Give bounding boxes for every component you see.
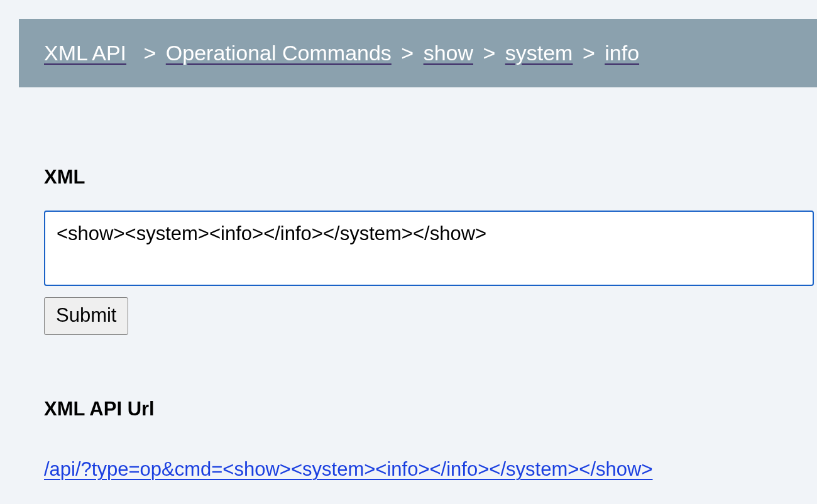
submit-button[interactable]: Submit: [44, 297, 128, 335]
breadcrumb: XML API > Operational Commands > show > …: [19, 19, 817, 87]
breadcrumb-separator: >: [483, 41, 495, 65]
xml-api-url-label: XML API Url: [44, 398, 817, 420]
xml-label: XML: [44, 166, 817, 189]
breadcrumb-item-show[interactable]: show: [424, 41, 473, 65]
breadcrumb-item-xml-api[interactable]: XML API: [44, 41, 126, 65]
xml-api-url-link[interactable]: /api/?type=op&cmd=<show><system><info></…: [44, 458, 653, 481]
breadcrumb-item-system[interactable]: system: [505, 41, 573, 65]
breadcrumb-item-info[interactable]: info: [605, 41, 639, 65]
breadcrumb-item-operational-commands[interactable]: Operational Commands: [166, 41, 392, 65]
breadcrumb-separator: >: [401, 41, 414, 65]
breadcrumb-separator: >: [143, 41, 156, 65]
breadcrumb-separator: >: [583, 41, 595, 65]
xml-input[interactable]: [44, 211, 814, 286]
